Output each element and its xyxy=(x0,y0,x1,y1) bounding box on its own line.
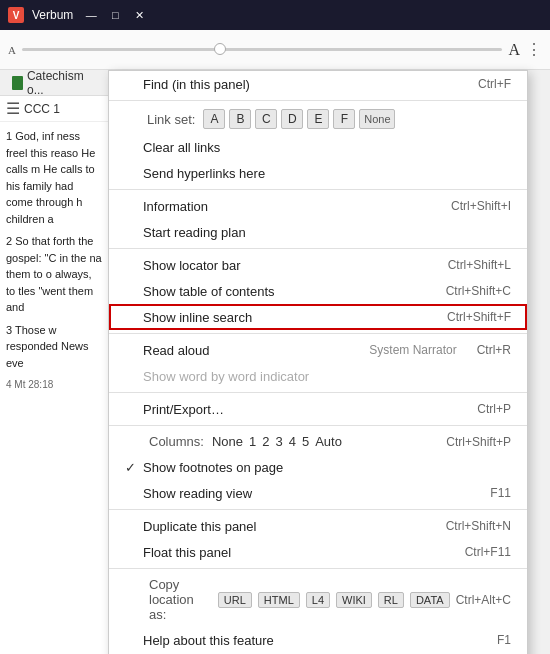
information-menu-item[interactable]: Information Ctrl+Shift+I xyxy=(109,193,527,219)
help-menu-item[interactable]: Help about this feature F1 xyxy=(109,627,527,653)
show-locator-label: Show locator bar xyxy=(143,258,428,273)
print-export-label: Print/Export… xyxy=(143,402,457,417)
link-btn-e[interactable]: E xyxy=(307,109,329,129)
tab-title: Catechism o... xyxy=(27,70,97,97)
copy-rl-button[interactable]: RL xyxy=(378,592,404,608)
link-set-label: Link set: xyxy=(147,112,195,127)
copy-l4-button[interactable]: L4 xyxy=(306,592,330,608)
slider-thumb xyxy=(214,43,226,55)
float-panel-label: Float this panel xyxy=(143,545,445,560)
app-title: Verbum xyxy=(32,8,73,22)
send-hyperlinks-menu-item[interactable]: Send hyperlinks here xyxy=(109,160,527,186)
sep-7 xyxy=(109,509,527,510)
link-btn-f[interactable]: F xyxy=(333,109,355,129)
paragraph-3: 3 Those w responded News eve xyxy=(6,322,103,372)
information-shortcut: Ctrl+Shift+I xyxy=(451,199,511,213)
float-shortcut: Ctrl+F11 xyxy=(465,545,511,559)
document-panel: Catechism o... ☰ CCC 1 1 God, inf ness f… xyxy=(0,70,110,654)
duplicate-panel-menu-item[interactable]: Duplicate this panel Ctrl+Shift+N xyxy=(109,513,527,539)
reading-view-shortcut: F11 xyxy=(490,486,511,500)
columns-1[interactable]: 1 xyxy=(249,434,256,449)
ccc-bar: ☰ CCC 1 xyxy=(0,96,109,122)
copy-wiki-button[interactable]: WIKI xyxy=(336,592,372,608)
font-size-large-icon: A xyxy=(508,41,520,59)
print-export-menu-item[interactable]: Print/Export… Ctrl+P xyxy=(109,396,527,422)
window-controls: — □ ✕ xyxy=(81,5,149,25)
show-word-menu-item[interactable]: Show word by word indicator xyxy=(109,363,527,389)
information-label: Information xyxy=(143,199,431,214)
link-btn-b[interactable]: B xyxy=(229,109,251,129)
reading-plan-menu-item[interactable]: Start reading plan xyxy=(109,219,527,245)
copy-html-button[interactable]: HTML xyxy=(258,592,300,608)
link-btn-none[interactable]: None xyxy=(359,109,395,129)
sep-3 xyxy=(109,248,527,249)
title-bar: V Verbum — □ ✕ xyxy=(0,0,550,30)
sep-1 xyxy=(109,100,527,101)
find-menu-item[interactable]: Find (in this panel) Ctrl+F xyxy=(109,71,527,97)
help-shortcut: F1 xyxy=(497,633,511,647)
tab-bar: Catechism o... xyxy=(0,70,109,96)
show-toc-label: Show table of contents xyxy=(143,284,426,299)
close-button[interactable]: ✕ xyxy=(129,5,149,25)
show-footnotes-label: Show footnotes on page xyxy=(143,460,511,475)
book-icon xyxy=(12,76,23,90)
read-aloud-menu-item[interactable]: Read aloud System Narrator Ctrl+R xyxy=(109,337,527,363)
copy-url-button[interactable]: URL xyxy=(218,592,252,608)
show-reading-view-menu-item[interactable]: Show reading view F11 xyxy=(109,480,527,506)
clear-links-menu-item[interactable]: Clear all links xyxy=(109,134,527,160)
show-inline-search-menu-item[interactable]: Show inline search Ctrl+Shift+F xyxy=(109,304,527,330)
document-text: 1 God, inf ness freel this reaso He call… xyxy=(0,122,109,404)
paragraph-1: 1 God, inf ness freel this reaso He call… xyxy=(6,128,103,227)
show-inline-search-label: Show inline search xyxy=(143,310,427,325)
read-aloud-system: System Narrator xyxy=(369,343,456,357)
columns-none[interactable]: None xyxy=(212,434,243,449)
columns-4[interactable]: 4 xyxy=(289,434,296,449)
read-aloud-shortcut: Ctrl+R xyxy=(477,343,511,357)
sep-6 xyxy=(109,425,527,426)
font-size-slider[interactable] xyxy=(22,48,502,51)
clear-links-label: Clear all links xyxy=(143,140,511,155)
ccc-label: CCC 1 xyxy=(24,102,60,116)
show-reading-view-label: Show reading view xyxy=(143,486,470,501)
duplicate-shortcut: Ctrl+Shift+N xyxy=(446,519,511,533)
link-btn-a[interactable]: A xyxy=(203,109,225,129)
float-panel-menu-item[interactable]: Float this panel Ctrl+F11 xyxy=(109,539,527,565)
show-locator-menu-item[interactable]: Show locator bar Ctrl+Shift+L xyxy=(109,252,527,278)
read-aloud-label: Read aloud xyxy=(143,343,359,358)
sep-2 xyxy=(109,189,527,190)
footnotes-check-icon: ✓ xyxy=(125,460,141,475)
columns-shortcut: Ctrl+Shift+P xyxy=(446,435,511,449)
context-menu: Find (in this panel) Ctrl+F Link set: A … xyxy=(108,70,528,654)
show-footnotes-menu-item[interactable]: ✓ Show footnotes on page xyxy=(109,454,527,480)
duplicate-panel-label: Duplicate this panel xyxy=(143,519,426,534)
columns-auto[interactable]: Auto xyxy=(315,434,342,449)
copy-data-button[interactable]: DATA xyxy=(410,592,450,608)
show-word-label: Show word by word indicator xyxy=(143,369,511,384)
sep-5 xyxy=(109,392,527,393)
columns-label: Columns: xyxy=(149,434,204,449)
show-inline-search-shortcut: Ctrl+Shift+F xyxy=(447,310,511,324)
minimize-button[interactable]: — xyxy=(81,5,101,25)
footnote-ref: 4 Mt 28:18 xyxy=(6,377,103,392)
copy-location-label: Copy location as: xyxy=(149,577,208,622)
book-tab[interactable]: Catechism o... xyxy=(6,70,103,99)
columns-row: Columns: None 1 2 3 4 5 Auto Ctrl+Shift+… xyxy=(109,429,527,454)
show-locator-shortcut: Ctrl+Shift+L xyxy=(448,258,511,272)
show-toc-shortcut: Ctrl+Shift+C xyxy=(446,284,511,298)
link-btn-c[interactable]: C xyxy=(255,109,277,129)
columns-2[interactable]: 2 xyxy=(262,434,269,449)
app-icon: V xyxy=(8,7,24,23)
more-options-icon[interactable]: ⋮ xyxy=(526,40,542,59)
sep-4 xyxy=(109,333,527,334)
maximize-button[interactable]: □ xyxy=(105,5,125,25)
link-set-row: Link set: A B C D E F None xyxy=(109,104,527,134)
link-btn-d[interactable]: D xyxy=(281,109,303,129)
find-shortcut: Ctrl+F xyxy=(478,77,511,91)
show-toc-menu-item[interactable]: Show table of contents Ctrl+Shift+C xyxy=(109,278,527,304)
main-area: A A ⋮ Catechism o... ☰ CCC 1 xyxy=(0,30,550,654)
columns-3[interactable]: 3 xyxy=(275,434,282,449)
columns-5[interactable]: 5 xyxy=(302,434,309,449)
top-toolbar: A A ⋮ xyxy=(0,30,550,70)
find-label: Find (in this panel) xyxy=(143,77,458,92)
help-label: Help about this feature xyxy=(143,633,477,648)
